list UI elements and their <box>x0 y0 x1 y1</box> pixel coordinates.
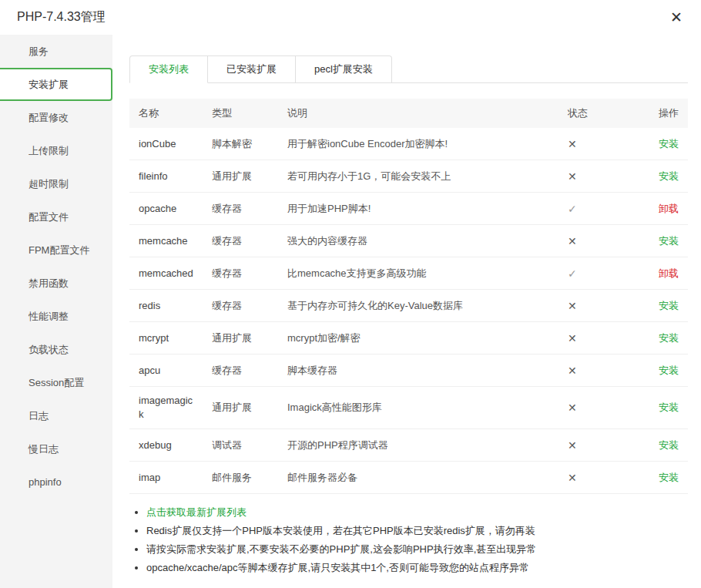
extension-type: 调试器 <box>212 438 287 452</box>
sidebar-item-label: 超时限制 <box>29 178 69 190</box>
table-row: apcu 缓存器 脚本缓存器 ✕ 安装 <box>129 354 688 387</box>
action-link[interactable]: 卸载 <box>659 203 679 214</box>
extension-description: Imagick高性能图形库 <box>287 401 568 415</box>
sidebar-item[interactable]: FPM配置文件 <box>0 234 112 267</box>
extension-name: imagemagick <box>139 394 196 422</box>
table-row: opcache 缓存器 用于加速PHP脚本! ✓ 卸载 <box>129 193 688 225</box>
extension-description: 强大的内容缓存器 <box>287 234 568 248</box>
table-header: 名称 类型 说明 状态 操作 <box>129 99 688 128</box>
tab-install-list[interactable]: 安装列表 <box>129 55 208 83</box>
action-link[interactable]: 安装 <box>659 332 679 344</box>
extension-name: mcrypt <box>139 331 196 345</box>
sidebar-item[interactable]: 超时限制 <box>0 167 112 200</box>
sidebar-item-label: Session配置 <box>29 377 84 388</box>
sidebar-item[interactable]: 配置文件 <box>0 200 112 234</box>
main-panel: 安装列表 已安装扩展 pecl扩展安装 名称 类型 说明 状态 操作 ionCu… <box>112 35 701 588</box>
extension-type: 通用扩展 <box>212 170 287 183</box>
column-header-status: 状态 <box>568 106 643 120</box>
tab-bar: 安装列表 已安装扩展 pecl扩展安装 <box>129 55 688 83</box>
extension-type: 邮件服务 <box>212 471 287 485</box>
table-row: redis 缓存器 基于内存亦可持久化的Key-Value数据库 ✕ 安装 <box>129 290 688 322</box>
sidebar-item-label: 负载状态 <box>29 344 69 355</box>
column-header-name: 名称 <box>139 106 196 120</box>
extension-type: 通用扩展 <box>212 401 287 415</box>
extension-type: 缓存器 <box>212 267 287 281</box>
action-link[interactable]: 安装 <box>659 170 679 182</box>
sidebar-item[interactable]: 日志 <box>0 399 112 432</box>
extension-description: 基于内存亦可持久化的Key-Value数据库 <box>287 299 568 313</box>
status-icon: ✕ <box>568 235 577 247</box>
extension-type: 脚本解密 <box>212 137 287 151</box>
action-link[interactable]: 安装 <box>659 365 679 376</box>
sidebar-item-label: 配置修改 <box>29 112 69 123</box>
table-row: memcached 缓存器 比memcache支持更多高级功能 ✓ 卸载 <box>129 257 688 290</box>
column-header-type: 类型 <box>212 106 287 120</box>
status-icon: ✓ <box>568 203 577 215</box>
action-link[interactable]: 安装 <box>659 138 679 150</box>
status-icon: ✕ <box>568 170 577 183</box>
note-text: Redis扩展仅支持一个PHP版本安装使用，若在其它PHP版本已安装redis扩… <box>146 525 535 536</box>
action-link[interactable]: 安装 <box>659 439 679 451</box>
note-text: 请按实际需求安装扩展,不要安装不必要的PHP扩展,这会影响PHP执行效率,甚至出… <box>146 543 536 555</box>
action-link[interactable]: 安装 <box>659 402 679 413</box>
sidebar-item[interactable]: 配置修改 <box>0 101 112 134</box>
extension-description: 邮件服务器必备 <box>287 471 568 485</box>
table-row: fileinfo 通用扩展 若可用内存小于1G，可能会安装不上 ✕ 安装 <box>129 160 688 193</box>
extension-type: 通用扩展 <box>212 331 287 345</box>
sidebar-item[interactable]: phpinfo <box>0 465 112 499</box>
sidebar-item[interactable]: 安装扩展 <box>0 68 112 101</box>
action-link[interactable]: 安装 <box>659 472 679 483</box>
sidebar-item[interactable]: 上传限制 <box>0 134 112 167</box>
refresh-extension-list-link[interactable]: 点击获取最新扩展列表 <box>146 506 247 518</box>
sidebar-item[interactable]: 慢日志 <box>0 432 112 465</box>
status-icon: ✓ <box>568 267 577 280</box>
action-link[interactable]: 卸载 <box>659 267 679 279</box>
extension-type: 缓存器 <box>212 202 287 216</box>
sidebar-item-label: 禁用函数 <box>29 277 69 289</box>
status-icon: ✕ <box>568 472 577 484</box>
extension-name: memcache <box>139 234 196 248</box>
status-icon: ✕ <box>568 439 577 452</box>
extension-name: ionCube <box>139 137 196 151</box>
sidebar-item[interactable]: 负载状态 <box>0 333 112 366</box>
extension-name: imap <box>139 471 196 485</box>
tab-pecl-install[interactable]: pecl扩展安装 <box>296 55 392 83</box>
sidebar-item-label: 服务 <box>29 45 49 57</box>
dialog-body: 服务 安装扩展 配置修改 上传限制 超时限制 配置文件 FPM配置文件 <box>0 35 701 588</box>
status-icon: ✕ <box>568 402 577 414</box>
sidebar-item[interactable]: 性能调整 <box>0 300 112 333</box>
column-header-action: 操作 <box>643 106 679 120</box>
table-row: imap 邮件服务 邮件服务器必备 ✕ 安装 <box>129 462 688 494</box>
close-icon[interactable]: ✕ <box>667 8 686 26</box>
status-icon: ✕ <box>568 365 577 377</box>
extension-name: memcached <box>139 267 196 281</box>
table-row: ionCube 脚本解密 用于解密ionCube Encoder加密脚本! ✕ … <box>129 128 688 160</box>
extension-name: redis <box>139 299 196 313</box>
sidebar-item[interactable]: 禁用函数 <box>0 267 112 300</box>
sidebar-item-label: 配置文件 <box>29 211 69 223</box>
extension-name: apcu <box>139 364 196 378</box>
table-row: xdebug 调试器 开源的PHP程序调试器 ✕ 安装 <box>129 429 688 462</box>
sidebar: 服务 安装扩展 配置修改 上传限制 超时限制 配置文件 FPM配置文件 <box>0 35 112 588</box>
sidebar-item[interactable]: Session配置 <box>0 366 112 399</box>
column-header-desc: 说明 <box>287 106 568 120</box>
extension-type: 缓存器 <box>212 299 287 313</box>
sidebar-item-label: 慢日志 <box>29 443 59 455</box>
sidebar-item-label: 日志 <box>29 410 49 422</box>
tab-installed-extensions[interactable]: 已安装扩展 <box>208 55 296 83</box>
extension-name: opcache <box>139 202 196 216</box>
sidebar-item-label: 安装扩展 <box>29 79 69 90</box>
status-icon: ✕ <box>568 300 577 312</box>
extension-name: fileinfo <box>139 170 196 183</box>
extensions-table: 名称 类型 说明 状态 操作 ionCube 脚本解密 用于解密ionCube … <box>129 99 688 494</box>
note-item: 请按实际需求安装扩展,不要安装不必要的PHP扩展,这会影响PHP执行效率,甚至出… <box>146 540 688 559</box>
sidebar-item-label: 上传限制 <box>29 145 69 156</box>
status-icon: ✕ <box>568 138 577 150</box>
status-icon: ✕ <box>568 332 577 344</box>
extension-description: 用于解密ionCube Encoder加密脚本! <box>287 137 568 151</box>
extension-description: 若可用内存小于1G，可能会安装不上 <box>287 170 568 183</box>
action-link[interactable]: 安装 <box>659 235 679 247</box>
action-link[interactable]: 安装 <box>659 300 679 311</box>
sidebar-item[interactable]: 服务 <box>0 35 112 68</box>
notes-list: 点击获取最新扩展列表 Redis扩展仅支持一个PHP版本安装使用，若在其它PHP… <box>129 503 688 577</box>
